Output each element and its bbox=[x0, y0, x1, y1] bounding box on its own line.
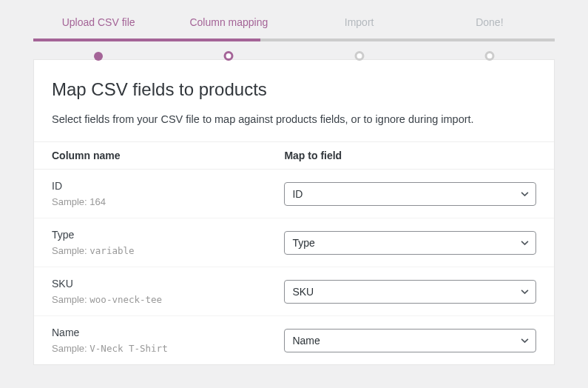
map-field-select[interactable]: SKU bbox=[284, 280, 536, 304]
header-map-to-field: Map to field bbox=[284, 150, 536, 161]
step-upload-csv[interactable]: Upload CSV file bbox=[33, 16, 163, 39]
progress-stepper: Upload CSV file Column mapping Import Do… bbox=[33, 0, 555, 59]
table-row: Name Sample: V-Neck T-Shirt Name bbox=[34, 316, 554, 364]
select-value[interactable]: SKU bbox=[284, 280, 536, 304]
column-sample: Sample: variable bbox=[52, 245, 284, 256]
select-value[interactable]: ID bbox=[284, 182, 536, 206]
map-field-select[interactable]: ID bbox=[284, 182, 536, 206]
column-name-label: SKU bbox=[52, 278, 284, 290]
select-value[interactable]: Type bbox=[284, 231, 536, 255]
column-name-label: Type bbox=[52, 229, 284, 241]
step-label: Done! bbox=[425, 16, 555, 28]
step-label: Column mapping bbox=[163, 16, 294, 28]
step-done: Done! bbox=[425, 16, 555, 39]
step-dot-icon bbox=[94, 52, 103, 61]
column-sample: Sample: woo-vneck-tee bbox=[52, 294, 284, 305]
page-title: Map CSV fields to products bbox=[52, 79, 536, 100]
step-import: Import bbox=[294, 16, 425, 39]
stepper-track-fill bbox=[33, 39, 260, 41]
step-dot-icon bbox=[224, 51, 234, 61]
header-column-name: Column name bbox=[52, 150, 284, 161]
step-dot-icon bbox=[484, 51, 494, 61]
map-field-select[interactable]: Type bbox=[284, 231, 536, 255]
table-row: ID Sample: 164 ID bbox=[34, 170, 554, 218]
page-description: Select fields from your CSV file to map … bbox=[52, 113, 536, 125]
column-sample: Sample: V-Neck T-Shirt bbox=[52, 343, 284, 354]
table-row: SKU Sample: woo-vneck-tee SKU bbox=[34, 267, 554, 316]
step-label: Upload CSV file bbox=[33, 16, 163, 28]
step-dot-icon bbox=[354, 51, 364, 61]
select-value[interactable]: Name bbox=[284, 329, 536, 352]
table-row: Type Sample: variable Type bbox=[34, 218, 554, 267]
mapping-table-header: Column name Map to field bbox=[34, 141, 554, 170]
step-label: Import bbox=[294, 16, 425, 28]
step-column-mapping[interactable]: Column mapping bbox=[163, 16, 294, 39]
column-sample: Sample: 164 bbox=[52, 196, 284, 207]
map-field-select[interactable]: Name bbox=[284, 329, 536, 352]
column-name-label: Name bbox=[52, 327, 284, 338]
mapping-card: Map CSV fields to products Select fields… bbox=[33, 59, 555, 365]
column-name-label: ID bbox=[52, 180, 284, 192]
